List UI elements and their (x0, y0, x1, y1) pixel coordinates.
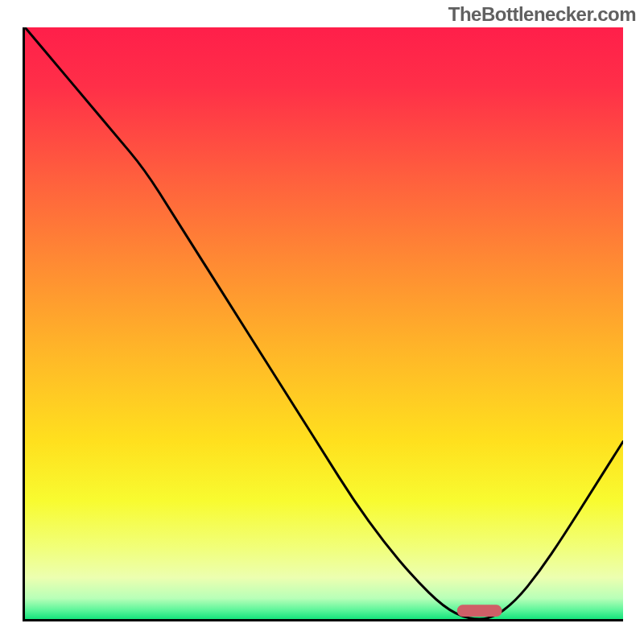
chart-background-gradient (25, 27, 623, 619)
chart-plot-area (23, 27, 623, 621)
watermark-text: TheBottlenecker.com (448, 3, 636, 26)
optimal-point-marker (457, 605, 502, 617)
chart-svg (25, 27, 623, 619)
